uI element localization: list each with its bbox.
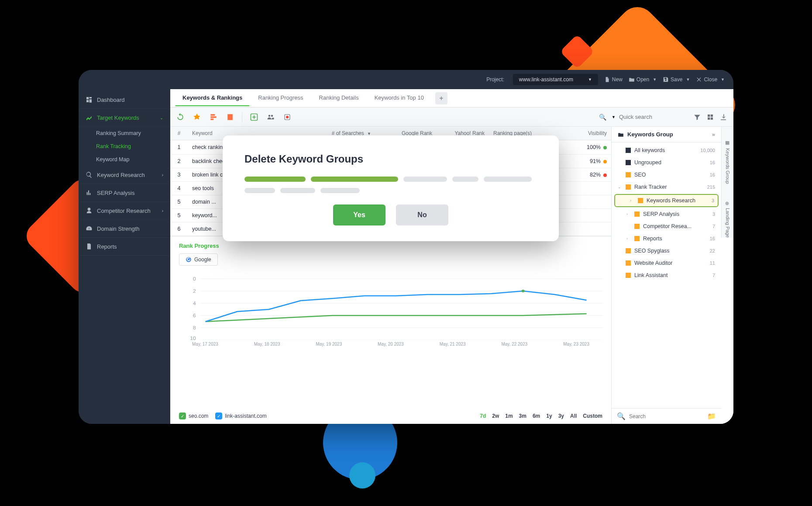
- col-n[interactable]: #: [170, 127, 188, 140]
- tool-icon-2[interactable]: [192, 112, 202, 122]
- tool-icon-3[interactable]: [209, 112, 218, 122]
- range-7d[interactable]: 7d: [480, 413, 486, 419]
- close-icon: [696, 76, 702, 83]
- refresh-icon[interactable]: [175, 112, 185, 122]
- delete-keyword-groups-modal: Delete Keyword Groups Yes No: [223, 135, 559, 241]
- range-3y[interactable]: 3y: [558, 413, 564, 419]
- range-1m[interactable]: 1m: [505, 413, 513, 419]
- save-icon: [663, 76, 669, 83]
- legend-seo[interactable]: ✓seo.com: [179, 412, 208, 419]
- delete-icon[interactable]: [282, 112, 292, 122]
- tab-keywords-top10[interactable]: Keywords in Top 10: [368, 90, 431, 106]
- project-select[interactable]: www.link-assistant.com ▼: [513, 74, 598, 85]
- sidebar-item-target-keywords[interactable]: Target Keywords⌄: [79, 109, 170, 127]
- open-button[interactable]: Open▼: [629, 76, 657, 83]
- chart-xlabels: May, 17 2023 May, 18 2023 May, 19 2023 M…: [179, 342, 602, 347]
- new-button[interactable]: New: [604, 76, 623, 83]
- range-All[interactable]: All: [570, 413, 577, 419]
- file-icon: [604, 76, 610, 83]
- chart-ranges: 7d2w1m3m6m1y3yAllCustom: [480, 413, 602, 419]
- close-button[interactable]: Close▼: [696, 76, 725, 83]
- chevron-down-icon: ▼: [686, 77, 690, 82]
- keyword-group-item[interactable]: Website Auditor11: [612, 257, 721, 269]
- people-icon[interactable]: [266, 112, 275, 122]
- keyword-group-item[interactable]: Competitor Resea...7: [612, 220, 721, 232]
- chevron-down-icon: ▼: [721, 77, 725, 82]
- dashboard-icon: [86, 96, 93, 103]
- keyword-group-item[interactable]: Ungrouped16: [612, 156, 721, 169]
- chart-legend: ✓seo.com ✓link-assistant.com: [179, 412, 267, 419]
- chart-title: Rank Progress: [179, 243, 602, 249]
- chart-filter-google[interactable]: Google: [179, 253, 218, 266]
- chart-icon: [86, 189, 93, 196]
- chart-area: 0246810 May, 17 2023 May, 18 2023 May, 1…: [179, 270, 602, 407]
- range-2w[interactable]: 2w: [492, 413, 499, 419]
- range-3m[interactable]: 3m: [519, 413, 526, 419]
- sidebar-item-dashboard[interactable]: Dashboard: [79, 91, 170, 109]
- svg-text:10: 10: [190, 336, 196, 340]
- topbar: Project: www.link-assistant.com ▼ New Op…: [79, 70, 733, 89]
- chevron-down-icon: ▼: [653, 77, 657, 82]
- svg-text:8: 8: [193, 326, 196, 330]
- project-value: www.link-assistant.com: [519, 76, 573, 83]
- svg-text:4: 4: [193, 301, 196, 306]
- grid-icon[interactable]: [705, 112, 715, 122]
- sidebar-item-serp-analysis[interactable]: SERP Analysis: [79, 184, 170, 202]
- sidebar-sub-ranking-summary[interactable]: Ranking Summary: [79, 127, 170, 140]
- sidebar: Dashboard Target Keywords⌄ Ranking Summa…: [79, 89, 170, 424]
- chevron-right-icon: ›: [162, 208, 163, 213]
- folder-icon: [618, 132, 624, 138]
- vtab-keywords-group[interactable]: ▦Keywords Group: [725, 140, 730, 184]
- range-1y[interactable]: 1y: [546, 413, 552, 419]
- filter-icon[interactable]: [692, 112, 702, 122]
- gauge-icon: [86, 225, 93, 232]
- col-visibility[interactable]: Visibility: [563, 127, 611, 140]
- svg-point-2: [286, 116, 289, 118]
- svg-text:0: 0: [193, 277, 196, 281]
- keyword-group-item[interactable]: ›SERP Analysis3: [612, 208, 721, 220]
- right-vertical-tabs: ▦Keywords Group ⊕Landing Page: [721, 127, 733, 238]
- svg-text:6: 6: [193, 313, 196, 318]
- keyword-group-item[interactable]: SEO Spyglass22: [612, 245, 721, 257]
- range-Custom[interactable]: Custom: [583, 413, 602, 419]
- svg-point-16: [521, 290, 524, 292]
- vtab-landing-page[interactable]: ⊕Landing Page: [725, 201, 730, 238]
- modal-no-button[interactable]: No: [396, 204, 448, 225]
- add-tab-button[interactable]: +: [435, 92, 447, 104]
- keyword-group-item[interactable]: SEO16: [612, 169, 721, 181]
- save-button[interactable]: Save▼: [663, 76, 690, 83]
- sidebar-item-domain-strength[interactable]: Domain Strength: [79, 220, 170, 238]
- target-icon: [86, 114, 93, 121]
- keyword-group-item[interactable]: Link Assistant7: [612, 269, 721, 281]
- keywords-group-list: All keywords10,000Ungrouped16SEO16⌄Rank …: [612, 142, 721, 408]
- sidebar-item-reports[interactable]: Reports: [79, 238, 170, 256]
- range-6m[interactable]: 6m: [533, 413, 540, 419]
- chevron-down-icon: ▼: [612, 115, 616, 119]
- tab-ranking-progress[interactable]: Ranking Progress: [251, 90, 310, 106]
- keyword-group-item[interactable]: ›Reports16: [612, 232, 721, 245]
- keyword-group-item[interactable]: ›Keywords Research3: [614, 194, 719, 207]
- expand-icon[interactable]: »: [712, 131, 715, 138]
- calendar-icon[interactable]: [225, 112, 235, 122]
- legend-link-assistant[interactable]: ✓link-assistant.com: [215, 412, 266, 419]
- chart-footer: ✓seo.com ✓link-assistant.com 7d2w1m3m6m1…: [179, 412, 602, 419]
- app-window: Project: www.link-assistant.com ▼ New Op…: [79, 70, 733, 424]
- sidebar-sub-keyword-map[interactable]: Keyword Map: [79, 153, 170, 166]
- sidebar-item-competitor-research[interactable]: Competitor Research›: [79, 202, 170, 220]
- tab-ranking-details[interactable]: Ranking Details: [312, 90, 366, 106]
- keyword-group-item[interactable]: All keywords10,000: [612, 144, 721, 156]
- modal-title: Delete Keyword Groups: [244, 153, 537, 165]
- tab-keywords-rankings[interactable]: Keywords & Rankings: [175, 90, 249, 106]
- group-search-input[interactable]: [629, 413, 704, 419]
- folder-add-icon[interactable]: 📁: [707, 412, 716, 420]
- svg-text:2: 2: [193, 289, 196, 294]
- export-icon[interactable]: [719, 112, 728, 122]
- keyword-group-item[interactable]: ⌄Rank Tracker215: [612, 181, 721, 193]
- quick-search-input[interactable]: [619, 114, 680, 120]
- person-icon: [86, 207, 93, 214]
- add-icon[interactable]: [249, 112, 259, 122]
- sidebar-item-keyword-research[interactable]: Keyword Research›: [79, 166, 170, 184]
- sidebar-sub-rank-tracking[interactable]: Rank Tracking: [79, 140, 170, 153]
- modal-yes-button[interactable]: Yes: [333, 204, 385, 225]
- rank-chart: 0246810: [179, 270, 602, 340]
